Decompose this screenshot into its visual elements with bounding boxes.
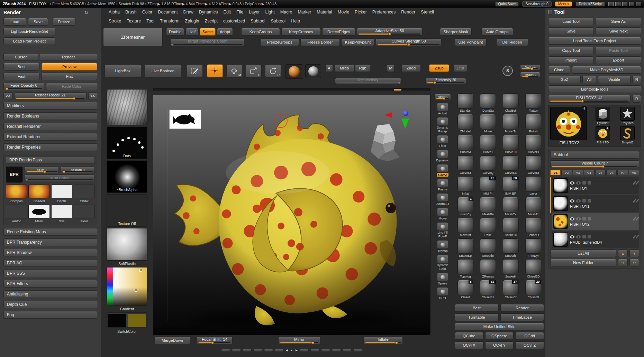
curves-strength-slider[interactable]: Curves Strength 50 — [376, 38, 442, 46]
brush-item[interactable]: CurveM — [454, 134, 477, 154]
shelf-toggle-button[interactable]: Dynamic Solo — [437, 255, 448, 271]
menu-item[interactable]: Picker — [352, 9, 370, 16]
new-folder-button[interactable]: New Folder — [550, 259, 616, 266]
brush-item[interactable]: Move Tc — [499, 113, 522, 133]
render-pass[interactable]: Mask — [28, 205, 49, 223]
render-pass[interactable]: Shdw — [74, 185, 95, 203]
turntable-button[interactable]: Turntable — [455, 313, 499, 321]
menu-item[interactable]: Color — [139, 9, 155, 16]
draw-button[interactable] — [207, 64, 223, 77]
move-button[interactable]: M — [226, 64, 242, 77]
main-color-swatch[interactable] — [108, 313, 127, 327]
brush-item[interactable]: Flatten — [522, 93, 545, 113]
subtool-view-tab[interactable]: V8 — [629, 170, 639, 175]
list-all-button[interactable]: List All — [550, 250, 616, 257]
subtool-view-tab[interactable]: V4 — [584, 170, 594, 175]
brush-item[interactable]: CurveSt — [522, 155, 545, 175]
render-section-bar[interactable]: BPR Shadow — [3, 249, 97, 256]
scrollbar-handle[interactable] — [394, 89, 401, 91]
render-section-bar[interactable]: External Renderer — [3, 133, 97, 141]
divider-icon[interactable] — [615, 2, 620, 6]
render-pass[interactable]: Floor — [74, 205, 95, 223]
uv-toggle-icon[interactable] — [588, 217, 591, 220]
render-eye-icon[interactable] — [576, 181, 581, 185]
bpr-renderpass-header[interactable]: BPR RenderPass — [6, 156, 95, 164]
brush-item[interactable]: CurvePi — [522, 134, 545, 154]
render-section-bar[interactable]: Antialiasing — [3, 290, 97, 298]
hue-strip[interactable] — [107, 267, 113, 306]
folder-out-icon[interactable]: ↪ — [618, 259, 628, 266]
render-render-button[interactable]: Render — [40, 53, 97, 61]
window-icon[interactable] — [629, 2, 634, 6]
make-unified-skin-button[interactable]: Make Unified Skin — [455, 323, 544, 330]
nav-gizmo[interactable] — [384, 110, 411, 137]
make-polymesh3d-button[interactable]: Make PolyMesh3D — [572, 66, 641, 74]
visibility-eye-icon[interactable] — [570, 199, 574, 203]
render-pass[interactable]: Compos — [6, 185, 27, 203]
spix-slider[interactable]: SPix 3 — [25, 167, 59, 173]
rgb-button[interactable]: Rgb — [355, 64, 370, 72]
save-as-button[interactable]: Save As — [596, 18, 641, 25]
menu-item[interactable]: Render — [398, 9, 418, 16]
see-through-slider[interactable]: See-through 0 — [522, 1, 552, 7]
import-button[interactable]: Import — [548, 56, 594, 64]
menu-item[interactable]: Dynamics — [196, 9, 221, 16]
polypaint-toggle-icon[interactable] — [582, 181, 586, 185]
shelf-toggle-button[interactable]: Frame — [437, 179, 448, 191]
brush-item[interactable]: ClayBuil — [499, 93, 522, 113]
merge-down-button[interactable]: MergeDown — [154, 337, 190, 344]
focal-shift-slider[interactable]: Focal Shift -14 — [197, 337, 233, 344]
freeze-groups-button[interactable]: FreezeGroups — [260, 38, 299, 46]
goz-all-button[interactable]: All — [582, 76, 596, 83]
bpr-button[interactable]: BPR — [6, 167, 22, 182]
menu-item[interactable]: Subtool — [268, 18, 288, 25]
inflate-slider[interactable]: Inflate — [363, 337, 403, 344]
tool-index-slider[interactable]: FISH TOY2. 41 — [548, 95, 631, 103]
zremesher-size-button[interactable]: Same — [200, 28, 216, 36]
color-selector2[interactable] — [135, 289, 137, 292]
brush-item[interactable]: 29 ChiselSt — [522, 279, 545, 299]
render-eye-icon[interactable] — [576, 235, 581, 238]
load-from-project-button[interactable]: Load From Project — [3, 37, 55, 45]
brush-item[interactable]: Rake — [477, 217, 500, 237]
zremesher-size-button[interactable]: Adapt — [217, 28, 233, 36]
render-section-bar[interactable]: BPR Filters — [3, 280, 97, 288]
menu-item[interactable]: Zscript — [202, 18, 221, 25]
spix-shelf-slider[interactable]: SPix 3 — [434, 94, 451, 100]
brush-item[interactable]: Move — [477, 113, 500, 133]
visibility-eye-icon[interactable] — [570, 181, 574, 185]
menu-item[interactable]: Draw — [181, 9, 196, 16]
brush-item[interactable]: MeshEx — [499, 196, 522, 216]
brush-item[interactable]: MeshPr — [522, 196, 545, 216]
visibility-eye-icon[interactable] — [570, 217, 574, 220]
scroll-up-icon[interactable]: ▲ — [290, 349, 293, 352]
render-quality-button[interactable]: Flat — [42, 73, 97, 80]
render-load-button[interactable]: Load — [3, 18, 26, 26]
render-freeze-button[interactable]: Freeze — [53, 18, 75, 26]
render-section-bar[interactable]: Depth Cue — [3, 301, 97, 308]
z-intensity-slider[interactable]: Z Intensity 20 — [425, 78, 466, 84]
current-brush-thumbnail[interactable] — [107, 89, 147, 125]
subtool-item[interactable]: FISH TOY1 — [552, 195, 639, 212]
menu-item[interactable]: Layer — [246, 9, 262, 16]
menu-item[interactable]: Movie — [335, 9, 352, 16]
subtool-view-tab[interactable]: V1 — [550, 170, 561, 175]
render-section-bar[interactable]: BPR Transparency — [3, 238, 97, 246]
timeline-scrollbar[interactable]: ◀ ▲ ▶ — [153, 348, 430, 353]
brush-item[interactable]: DamSta — [477, 93, 500, 113]
paste-tool-button[interactable]: Paste Tool — [596, 47, 641, 54]
export-button[interactable]: Export — [596, 56, 641, 64]
detectedges-button[interactable]: DetectEdges — [322, 28, 355, 36]
render-quality-button[interactable]: Fast — [3, 73, 39, 80]
quicksave-button[interactable]: QuickSave — [495, 1, 519, 7]
goz-button[interactable]: GoZ — [548, 76, 581, 83]
render-section-bar[interactable]: Render Booleans — [3, 112, 97, 120]
brush-item[interactable]: Smooth! — [477, 238, 500, 258]
brush-item[interactable]: SnakeH — [499, 259, 522, 279]
subtool-view-tab[interactable]: V6 — [606, 170, 617, 175]
brush-item[interactable]: Topolog — [454, 259, 477, 279]
keep-polypaint-button[interactable]: KeepPolypaint — [341, 38, 374, 46]
reuse-existing-maps-button[interactable]: Reuse Existing Maps — [3, 228, 97, 236]
uv-toggle-icon[interactable] — [588, 235, 591, 238]
target-polygons-slider[interactable]: Target Polygons Count — [170, 38, 244, 46]
